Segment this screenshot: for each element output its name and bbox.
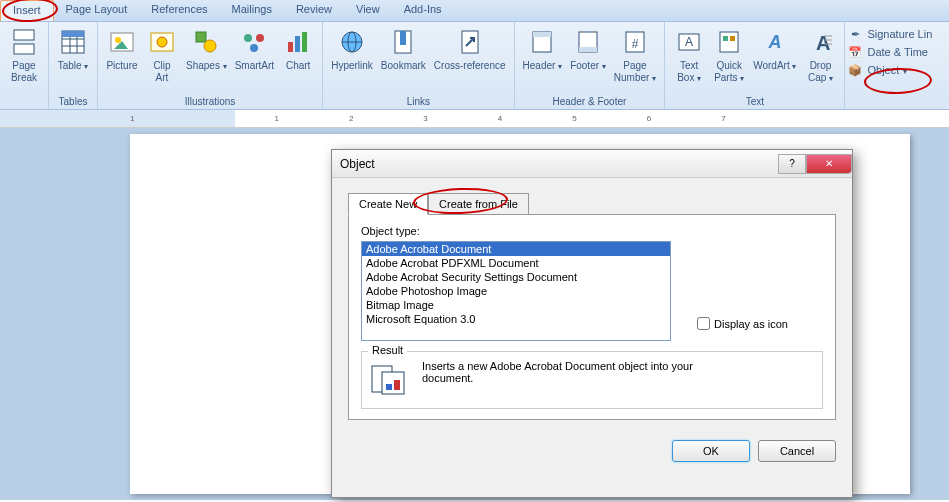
result-icon: [370, 360, 410, 400]
signature-line-button-label: Signature Lin: [867, 28, 932, 40]
table-button[interactable]: Table: [53, 24, 93, 74]
display-as-icon-input[interactable]: [697, 317, 710, 330]
svg-rect-19: [295, 36, 300, 52]
object-dialog: Object ? ✕ Create New Create from File O…: [331, 149, 853, 498]
svg-rect-46: [394, 380, 400, 390]
clipart-button[interactable]: ClipArt: [142, 24, 182, 86]
dlg-tab-create-from-file[interactable]: Create from File: [428, 193, 529, 215]
group-label: Tables: [53, 94, 93, 109]
svg-rect-28: [533, 32, 551, 37]
svg-point-12: [157, 37, 167, 47]
signature-line-button[interactable]: ✒Signature Lin: [847, 26, 932, 42]
table-icon: [57, 26, 89, 58]
dropcap-button[interactable]: ADropCap: [800, 24, 840, 86]
textbox-button[interactable]: ATextBox: [669, 24, 709, 86]
ribbon-tabs: Insert Page Layout References Mailings R…: [0, 0, 949, 22]
textbox-button-label: TextBox: [677, 60, 701, 84]
wordart-button-label: WordArt: [753, 60, 796, 72]
date-time-button[interactable]: 📅Date & Time: [847, 44, 932, 60]
display-as-icon-checkbox[interactable]: Display as icon: [697, 317, 788, 330]
quickparts-button-label: QuickParts: [714, 60, 744, 84]
crossref-button[interactable]: Cross-reference: [430, 24, 510, 74]
page-break-button[interactable]: PageBreak: [4, 24, 44, 86]
ruler-mark: 1: [130, 114, 134, 123]
object-button[interactable]: 📦Object: [847, 62, 932, 78]
list-item[interactable]: Bitmap Image: [362, 298, 670, 312]
help-button[interactable]: ?: [778, 154, 806, 174]
result-box: Result Inserts a new Adobe Acrobat Docum…: [361, 351, 823, 409]
page-break-icon: [8, 26, 40, 58]
svg-point-16: [256, 34, 264, 42]
page-break-button-label: PageBreak: [11, 60, 37, 84]
pagenum-icon: #: [619, 26, 651, 58]
footer-button-label: Footer: [570, 60, 606, 72]
svg-text:A: A: [685, 35, 693, 49]
ruler-mark: 5: [572, 114, 576, 123]
svg-rect-1: [14, 44, 34, 54]
tab-addins[interactable]: Add-Ins: [392, 0, 454, 21]
shapes-button[interactable]: Shapes: [182, 24, 231, 74]
hyperlink-icon: [336, 26, 368, 58]
svg-rect-13: [196, 32, 206, 42]
list-item[interactable]: Adobe Photoshop Image: [362, 284, 670, 298]
chart-button[interactable]: Chart: [278, 24, 318, 74]
display-as-icon-label: Display as icon: [714, 318, 788, 330]
ruler-mark: 4: [498, 114, 502, 123]
hyperlink-button[interactable]: Hyperlink: [327, 24, 377, 74]
ruler: 11234567: [0, 110, 949, 128]
tab-insert[interactable]: Insert: [0, 0, 54, 21]
list-item[interactable]: Adobe Acrobat PDFXML Document: [362, 256, 670, 270]
dialog-titlebar[interactable]: Object ? ✕: [332, 150, 852, 178]
ruler-mark: 3: [423, 114, 427, 123]
header-button[interactable]: Header: [519, 24, 567, 74]
svg-rect-45: [386, 384, 392, 390]
svg-point-14: [204, 40, 216, 52]
wordart-button[interactable]: AWordArt: [749, 24, 800, 74]
pagenum-button[interactable]: #PageNumber: [610, 24, 660, 86]
smartart-button[interactable]: SmartArt: [231, 24, 278, 74]
tab-page-layout[interactable]: Page Layout: [54, 0, 140, 21]
dlg-tab-create-new[interactable]: Create New: [348, 193, 428, 215]
svg-rect-7: [62, 31, 84, 37]
tab-mailings[interactable]: Mailings: [220, 0, 284, 21]
clipart-button-label: ClipArt: [153, 60, 170, 84]
object-button-label: Object: [867, 64, 899, 76]
close-button[interactable]: ✕: [806, 154, 852, 174]
picture-icon: [106, 26, 138, 58]
clipart-icon: [146, 26, 178, 58]
footer-button[interactable]: Footer: [566, 24, 610, 74]
chart-icon: [282, 26, 314, 58]
result-text: Inserts a new Adobe Acrobat Document obj…: [422, 360, 702, 384]
svg-point-9: [115, 37, 121, 43]
quickparts-button[interactable]: QuickParts: [709, 24, 749, 86]
ruler-mark: 2: [349, 114, 353, 123]
table-button-label: Table: [58, 60, 89, 72]
picture-button[interactable]: Picture: [102, 24, 142, 74]
list-item[interactable]: Microsoft Equation 3.0: [362, 312, 670, 326]
bookmark-button[interactable]: Bookmark: [377, 24, 430, 74]
svg-rect-18: [288, 42, 293, 52]
chart-button-label: Chart: [286, 60, 310, 72]
list-item[interactable]: Adobe Acrobat Security Settings Document: [362, 270, 670, 284]
signature-line-icon: ✒: [847, 26, 863, 42]
group-label: Text: [669, 94, 840, 109]
cancel-button[interactable]: Cancel: [758, 440, 836, 462]
textbox-icon: A: [673, 26, 705, 58]
dropcap-button-label: DropCap: [808, 60, 833, 84]
tab-references[interactable]: References: [139, 0, 219, 21]
header-button-label: Header: [523, 60, 563, 72]
object-type-listbox[interactable]: Adobe Acrobat DocumentAdobe Acrobat PDFX…: [361, 241, 671, 341]
crossref-icon: [454, 26, 486, 58]
svg-rect-44: [382, 372, 404, 394]
ok-button[interactable]: OK: [672, 440, 750, 462]
svg-rect-37: [730, 36, 735, 41]
group-label: Illustrations: [102, 94, 318, 109]
object-icon: 📦: [847, 62, 863, 78]
pagenum-button-label: PageNumber: [614, 60, 656, 84]
tab-view[interactable]: View: [344, 0, 392, 21]
tab-review[interactable]: Review: [284, 0, 344, 21]
list-item[interactable]: Adobe Acrobat Document: [362, 242, 670, 256]
dropcap-icon: A: [804, 26, 836, 58]
quickparts-icon: [713, 26, 745, 58]
svg-text:#: #: [632, 37, 639, 51]
